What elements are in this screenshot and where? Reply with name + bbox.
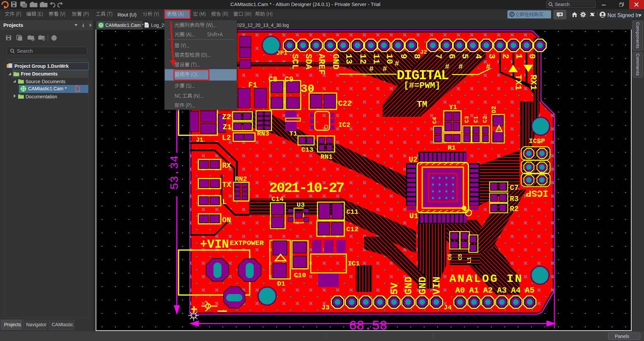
svg-text:ON: ON: [222, 216, 231, 225]
svg-text:SDA: SDA: [303, 54, 313, 69]
svg-text:C4: C4: [432, 117, 438, 124]
svg-text:5: 5: [460, 54, 470, 59]
svg-text:C2: C2: [482, 116, 488, 123]
svg-text:7: 7: [433, 54, 443, 59]
svg-text:D2: D2: [491, 106, 497, 113]
svg-text:U2: U2: [409, 156, 417, 164]
svg-text:GND: GND: [417, 277, 429, 295]
svg-text:#: #: [369, 65, 374, 74]
svg-text:IC1: IC1: [348, 260, 360, 267]
svg-text:+VIN: +VIN: [200, 238, 229, 251]
svg-text:#: #: [458, 63, 463, 71]
svg-text:ICSP: ICSP: [526, 188, 548, 198]
svg-text:J1: J1: [196, 137, 203, 143]
svg-text:GND: GND: [331, 54, 341, 69]
svg-text:C13: C13: [301, 146, 313, 154]
svg-text:EXTPOWER: EXTPOWER: [230, 239, 264, 247]
svg-text:T1: T1: [289, 130, 297, 138]
svg-text:#: #: [383, 65, 387, 74]
svg-text:53.34: 53.34: [168, 155, 181, 190]
svg-text:C6: C6: [447, 254, 453, 260]
svg-text:C10: C10: [294, 272, 306, 279]
svg-text:U1: U1: [409, 212, 418, 221]
svg-text:12: 12: [358, 54, 368, 64]
svg-text:C11: C11: [346, 208, 358, 216]
svg-text:2021-10-27: 2021-10-27: [269, 180, 344, 196]
svg-text:RN2: RN2: [235, 175, 247, 183]
svg-text:11: 11: [371, 54, 381, 64]
svg-text:C12: C12: [346, 226, 358, 233]
svg-text:9: 9: [398, 54, 408, 59]
svg-text:Y1: Y1: [449, 103, 457, 111]
svg-text:R1: R1: [448, 144, 456, 152]
svg-text:[#=PWM]: [#=PWM]: [404, 81, 440, 91]
svg-text:C9: C9: [285, 76, 293, 84]
svg-text:C14: C14: [271, 195, 284, 203]
svg-text:AREF: AREF: [316, 54, 327, 75]
svg-text:2: 2: [500, 54, 510, 59]
svg-text:RN3: RN3: [257, 130, 269, 138]
svg-text:5V: 5V: [389, 283, 400, 295]
svg-text:RN1: RN1: [320, 153, 333, 161]
svg-text:C1: C1: [473, 116, 479, 123]
svg-text:Z2: Z2: [222, 113, 231, 121]
svg-text:L2: L2: [222, 134, 231, 142]
svg-text:TX1: TX1: [513, 75, 523, 90]
svg-text:A5: A5: [525, 286, 535, 295]
svg-text:L: L: [222, 198, 227, 206]
svg-text:6: 6: [447, 54, 457, 59]
svg-text:J3: J3: [321, 304, 330, 311]
svg-text:#: #: [395, 60, 399, 68]
svg-text:C3: C3: [464, 116, 470, 123]
svg-text:J2: J2: [420, 49, 427, 55]
svg-text:1: 1: [514, 54, 524, 59]
svg-text:R2: R2: [510, 205, 518, 213]
svg-text:D1: D1: [277, 280, 285, 288]
svg-text:A3: A3: [497, 286, 507, 295]
svg-text:ANALOG IN: ANALOG IN: [449, 273, 523, 285]
svg-text:VIN: VIN: [431, 277, 443, 295]
svg-text:IC2: IC2: [338, 121, 350, 129]
svg-text:L1: L1: [466, 257, 473, 263]
svg-text:C7: C7: [510, 184, 518, 192]
svg-text:4: 4: [473, 54, 483, 59]
svg-text:+: +: [191, 303, 197, 316]
svg-text:C8: C8: [268, 76, 277, 84]
svg-text:GND: GND: [403, 277, 414, 295]
svg-text:TX: TX: [222, 181, 231, 189]
svg-text:Z1: Z1: [223, 123, 232, 132]
svg-text:C5: C5: [457, 254, 463, 260]
svg-text:68.58: 68.58: [349, 319, 387, 330]
svg-text:A2: A2: [483, 286, 493, 295]
svg-text:SCL: SCL: [290, 54, 300, 69]
svg-text:10: 10: [384, 54, 394, 64]
svg-text:3: 3: [487, 54, 497, 59]
svg-text:A4: A4: [511, 286, 521, 295]
svg-text:RX1: RX1: [528, 75, 538, 90]
svg-text:R3: R3: [510, 195, 518, 203]
svg-text:ICSP: ICSP: [529, 137, 545, 145]
svg-text:13: 13: [344, 54, 354, 64]
svg-text:A1: A1: [469, 286, 479, 295]
svg-text:0: 0: [527, 54, 537, 59]
svg-text:C22: C22: [338, 100, 352, 108]
svg-text:A0: A0: [455, 286, 465, 295]
svg-text:U3: U3: [297, 201, 305, 209]
svg-text:RX: RX: [222, 162, 231, 170]
svg-text:F1: F1: [248, 81, 257, 90]
svg-text:J4: J4: [444, 304, 452, 311]
svg-text:d: d: [511, 12, 513, 16]
svg-text:TM: TM: [417, 99, 427, 109]
